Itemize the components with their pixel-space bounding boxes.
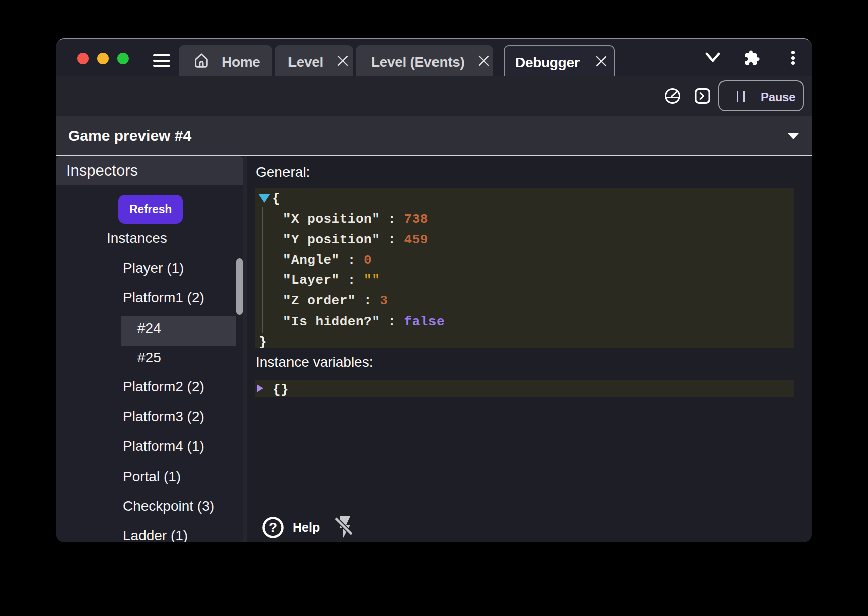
svg-text:?: ? [269, 520, 277, 535]
